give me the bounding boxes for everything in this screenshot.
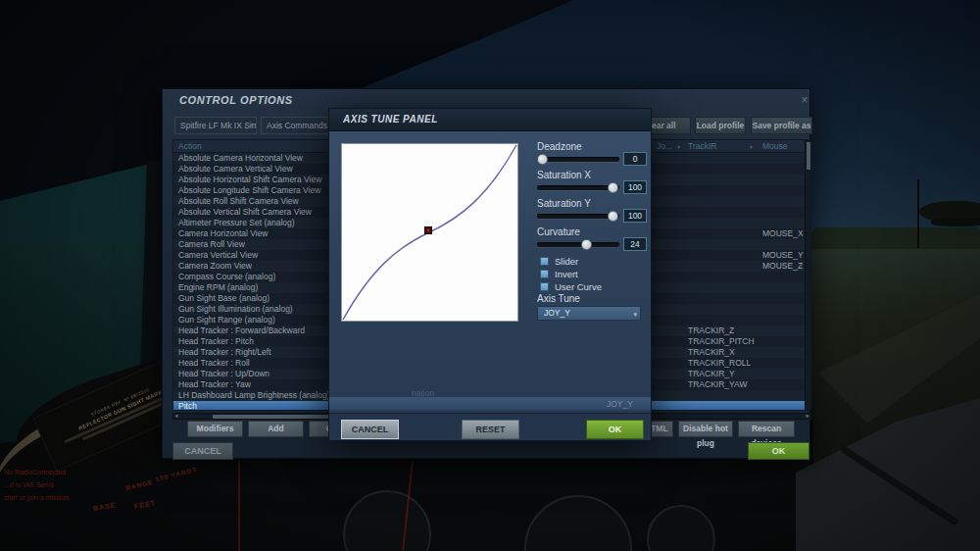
- action-cell: Pitch: [178, 401, 197, 411]
- action-cell: Head Tracker : Forward/Backward: [178, 326, 305, 336]
- aircraft-dropdown-value: Spitfire LF Mk IX Sim: [180, 121, 257, 130]
- action-cell: Head Tracker : Roll: [178, 358, 250, 369]
- header-trackir[interactable]: TrackIR: [688, 141, 716, 151]
- checkbox-icon[interactable]: [540, 257, 549, 266]
- saturation-y-value[interactable]: 100: [623, 209, 647, 223]
- slider-thumb[interactable]: [581, 239, 592, 250]
- action-cell: Head Tracker : Yaw: [178, 379, 251, 390]
- slider-label: Saturation Y: [537, 198, 591, 209]
- action-cell: LH Dashboard Lamp Brightness (analog): [178, 390, 330, 401]
- action-cell: Camera Zoom View: [178, 261, 252, 272]
- scroll-left-icon[interactable]: ◂: [174, 412, 178, 420]
- chevron-down-icon: ▾: [250, 118, 254, 133]
- modal-ok-button[interactable]: OK: [586, 420, 644, 439]
- save-profile-as-button[interactable]: Save profile as: [751, 117, 812, 134]
- axis-select-value: JOY_Y: [544, 308, 570, 318]
- modal-title-bar: AXIS TUNE PANEL: [329, 109, 651, 131]
- slider-label: Curvature: [537, 226, 580, 237]
- axis-tune-label: Axis Tune: [537, 293, 580, 304]
- deadzone-slider-group: Deadzone 0: [537, 141, 647, 169]
- chevron-down-icon: ▾: [633, 308, 637, 321]
- chevron-down-icon[interactable]: ▾: [750, 143, 753, 150]
- mouse-cell: MOUSE_Y: [762, 250, 804, 261]
- disable-hot-plug-button[interactable]: Disable hot plug: [678, 421, 733, 437]
- curvature-slider-group: Curvature 24: [537, 226, 647, 254]
- ok-button[interactable]: OK: [748, 442, 809, 460]
- checkbox-icon[interactable]: [540, 282, 549, 291]
- modal-reset-button[interactable]: RESET: [462, 420, 519, 439]
- action-cell: Absolute Horizontal Shift Camera View: [178, 175, 321, 185]
- saturation-x-value[interactable]: 100: [623, 180, 647, 194]
- user-curve-checkbox[interactable]: User Curve: [540, 281, 648, 293]
- load-profile-button[interactable]: Load profile: [695, 117, 746, 134]
- trackir-cell: TRACKIR_Y: [688, 369, 735, 379]
- close-icon[interactable]: ×: [798, 93, 811, 107]
- checkbox-icon[interactable]: [540, 270, 549, 278]
- deadzone-value[interactable]: 0: [623, 152, 647, 166]
- action-cell: Absolute Camera Horizontal View: [178, 153, 303, 164]
- curve-center-marker[interactable]: [424, 226, 432, 234]
- saturation-y-slider[interactable]: [537, 214, 619, 219]
- checkbox-label: User Curve: [555, 281, 602, 292]
- vertical-scrollbar[interactable]: [805, 140, 811, 411]
- trackir-cell: TRACKIR_YAW: [688, 379, 747, 390]
- trackir-cell: TRACKIR_ROLL: [688, 358, 751, 369]
- action-cell: Camera Horizontal View: [178, 228, 269, 239]
- action-cell: Gun Sight Base (analog): [178, 293, 270, 304]
- mouse-cell: MOUSE_X: [762, 228, 804, 239]
- saturation-x-slider[interactable]: [537, 185, 619, 190]
- slider-checkbox[interactable]: Slider: [540, 256, 648, 268]
- slider-label: Saturation X: [537, 170, 591, 180]
- slider-thumb[interactable]: [608, 211, 618, 222]
- chevron-down-icon[interactable]: ▾: [677, 143, 680, 150]
- deadzone-slider[interactable]: [537, 157, 619, 162]
- checkbox-label: Slider: [555, 256, 578, 267]
- trackir-cell: TRACKIR_Z: [688, 326, 734, 336]
- mouse-cell: MOUSE_Z: [762, 261, 803, 272]
- action-cell: Camera Vertical View: [178, 250, 258, 261]
- response-curve-plot[interactable]: [341, 143, 518, 322]
- saturation-x-slider-group: Saturation X 100: [537, 170, 647, 197]
- category-dropdown-value: Axis Commands: [267, 121, 327, 130]
- action-cell: Absolute Longitude Shift Camera View: [178, 185, 320, 196]
- axis-tune-panel: AXIS TUNE PANEL Deadzone 0 Saturation X …: [328, 108, 652, 441]
- action-cell: Camera Roll View: [178, 239, 245, 250]
- slider-thumb[interactable]: [608, 182, 618, 193]
- action-cell: Absolute Camera Vertical View: [178, 164, 293, 175]
- page-title: CONTROL OPTIONS: [179, 94, 293, 106]
- curvature-slider[interactable]: [537, 242, 619, 247]
- action-cell: Head Tracker : Up/Down: [178, 369, 270, 379]
- modifiers-button[interactable]: Modifiers: [187, 421, 243, 437]
- slider-thumb[interactable]: [537, 154, 548, 165]
- header-action[interactable]: Action: [178, 141, 202, 151]
- checkbox-label: Invert: [555, 269, 578, 279]
- aircraft-dropdown[interactable]: Spitfire LF Mk IX Sim ▾: [174, 117, 257, 134]
- trackir-cell: TRACKIR_PITCH: [688, 336, 755, 347]
- add-button[interactable]: Add: [248, 421, 304, 437]
- cancel-button[interactable]: CANCEL: [172, 442, 233, 460]
- action-cell: Head Tracker : Right/Left: [178, 347, 271, 358]
- action-cell: Absolute Roll Shift Camera View: [178, 196, 299, 207]
- action-cell: Engine RPM (analog): [178, 282, 258, 293]
- action-cell: Head Tracker : Pitch: [178, 336, 254, 347]
- slider-label: Deadzone: [537, 141, 582, 152]
- curvature-value[interactable]: 24: [623, 237, 647, 251]
- modal-cancel-button[interactable]: CANCEL: [341, 420, 399, 439]
- background-selected-row-bleed: [329, 397, 651, 410]
- header-mouse[interactable]: Mouse: [762, 141, 788, 151]
- header-joystick[interactable]: Jo...: [657, 141, 672, 151]
- rescan-devices-button[interactable]: Rescan devices: [738, 421, 795, 437]
- scrollbar-thumb[interactable]: [807, 142, 811, 170]
- action-cell: Gun Sight Range (analog): [178, 315, 275, 326]
- background-binding-bleed: JOY_Y: [607, 399, 633, 409]
- action-cell: Absolute Vertical Shift Camera View: [178, 207, 312, 218]
- saturation-y-slider-group: Saturation Y 100: [537, 198, 647, 225]
- action-cell: Altimeter Pressure Set (analog): [178, 218, 295, 228]
- action-cell: Gun Sight Illumination (analog): [178, 304, 293, 315]
- screen: STORES REF. Nº 8E/2310 REFLECTOR GUN SIG…: [0, 0, 980, 551]
- scroll-right-icon[interactable]: ▸: [806, 412, 809, 420]
- action-cell: Compass Course (analog): [178, 272, 275, 282]
- trackir-cell: TRACKIR_X: [688, 347, 735, 358]
- axis-select-dropdown[interactable]: JOY_Y ▾: [537, 306, 641, 321]
- invert-checkbox[interactable]: Invert: [540, 269, 648, 280]
